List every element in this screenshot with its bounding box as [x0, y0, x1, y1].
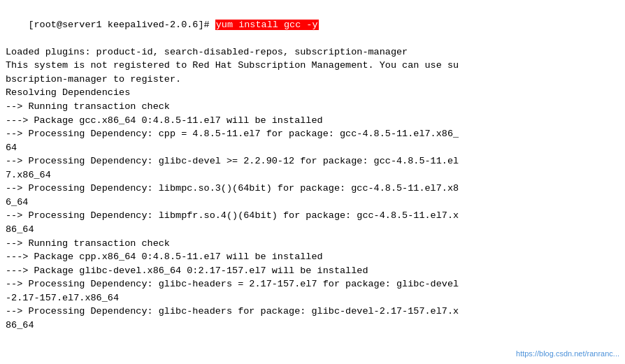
terminal-line: --> Processing Dependency: glibc-headers… [6, 305, 619, 319]
terminal-line: 86_64 [6, 223, 619, 237]
command: yum install gcc -y [215, 20, 319, 30]
command-line: [root@server1 keepalived-2.0.6]# yum ins… [6, 4, 619, 45]
terminal-line: --> Processing Dependency: libmpc.so.3()… [6, 182, 619, 196]
terminal-line: 64 [6, 141, 619, 155]
terminal-line: 86_64 [6, 319, 619, 333]
terminal-line: -2.17-157.el7.x86_64 [6, 291, 619, 305]
terminal-line: 6_64 [6, 196, 619, 210]
output-area: Loaded plugins: product-id, search-disab… [6, 45, 619, 333]
terminal-line: --> Running transaction check [6, 100, 619, 114]
terminal-line: bscription-manager to register. [6, 73, 619, 87]
terminal-line: --> Processing Dependency: cpp = 4.8.5-1… [6, 127, 619, 141]
terminal-window: [root@server1 keepalived-2.0.6]# yum ins… [0, 0, 625, 364]
terminal-line: Resolving Dependencies [6, 86, 619, 100]
terminal-line: --> Running transaction check [6, 237, 619, 251]
terminal-line: Loaded plugins: product-id, search-disab… [6, 45, 619, 59]
prompt: [root@server1 keepalived-2.0.6]# [28, 20, 215, 30]
terminal-line: ---> Package gcc.x86_64 0:4.8.5-11.el7 w… [6, 114, 619, 128]
terminal-line: --> Processing Dependency: glibc-headers… [6, 277, 619, 291]
terminal-line: --> Processing Dependency: libmpfr.so.4(… [6, 209, 619, 223]
terminal-line: ---> Package cpp.x86_64 0:4.8.5-11.el7 w… [6, 250, 619, 264]
terminal-line: 7.x86_64 [6, 168, 619, 182]
terminal-line: --> Processing Dependency: glibc-devel >… [6, 154, 619, 168]
terminal-line: This system is not registered to Red Hat… [6, 59, 619, 73]
terminal-line: ---> Package glibc-devel.x86_64 0:2.17-1… [6, 264, 619, 278]
watermark: https://blog.csdn.net/ranranc... [516, 349, 619, 360]
